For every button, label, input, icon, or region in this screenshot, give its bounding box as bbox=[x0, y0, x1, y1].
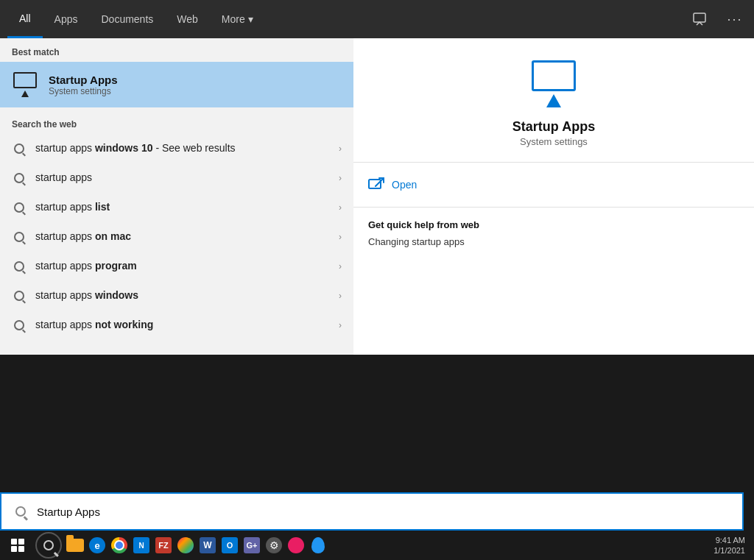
taskbar-file-explorer[interactable] bbox=[65, 535, 85, 556]
chrome-icon bbox=[111, 537, 127, 553]
feedback-icon[interactable] bbox=[688, 7, 711, 31]
search-circle-icon bbox=[15, 506, 26, 517]
web-item-text-plain: startup apps bbox=[35, 289, 95, 301]
taskbar-chrome[interactable] bbox=[109, 535, 130, 556]
best-match-subtitle: System settings bbox=[49, 86, 118, 96]
open-icon bbox=[368, 177, 384, 192]
list-item[interactable]: startup apps not working › bbox=[0, 311, 353, 340]
web-item-text-bold: windows bbox=[95, 289, 138, 301]
taskbar: e N FZ W O G+ ⚙ 9:41 AM1/1/2021 bbox=[0, 531, 754, 560]
search-icon bbox=[12, 259, 27, 274]
filezilla-icon: FZ bbox=[155, 537, 172, 553]
tab-web[interactable]: Web bbox=[165, 0, 210, 38]
list-item[interactable]: startup apps › bbox=[0, 163, 353, 193]
search-bar bbox=[0, 492, 744, 531]
word-icon: W bbox=[200, 537, 216, 553]
web-item-text-suffix: - See web results bbox=[153, 142, 236, 154]
taskbar-search-icon bbox=[35, 532, 62, 559]
svg-rect-1 bbox=[369, 180, 381, 188]
tab-all[interactable]: All bbox=[7, 0, 43, 38]
best-match-item[interactable]: Startup Apps System settings bbox=[0, 62, 353, 107]
search-input[interactable] bbox=[37, 506, 730, 518]
taskbar-search-button[interactable] bbox=[34, 531, 63, 560]
settings-gear-icon: ⚙ bbox=[266, 537, 282, 553]
taskbar-edge[interactable]: e bbox=[87, 535, 108, 556]
open-button[interactable]: Open bbox=[368, 174, 739, 195]
app-detail-top: Startup Apps System settings bbox=[353, 38, 754, 163]
search-icon bbox=[12, 141, 27, 156]
paint-icon bbox=[177, 537, 194, 553]
web-item-text-bold: windows 10 bbox=[95, 142, 153, 154]
web-item-text: startup apps bbox=[35, 171, 92, 183]
search-icon bbox=[12, 288, 27, 303]
search-icon bbox=[12, 318, 27, 333]
monitor-icon bbox=[13, 72, 37, 88]
nav-tabs: All Apps Documents Web More ▾ ··· bbox=[0, 0, 754, 38]
web-item-text-plain: startup apps bbox=[35, 319, 95, 330]
chevron-right-icon: › bbox=[339, 173, 342, 183]
taskbar-tray: 9:41 AM1/1/2021 bbox=[714, 535, 751, 556]
arrow-up-large-icon bbox=[546, 94, 561, 107]
web-item-text-plain: startup apps bbox=[35, 142, 95, 154]
list-item[interactable]: startup apps windows 10 - See web result… bbox=[0, 134, 353, 163]
search-bar-icon bbox=[13, 504, 28, 519]
web-item-text-bold: program bbox=[95, 260, 137, 272]
taskbar-pink-app[interactable] bbox=[286, 535, 306, 556]
taskbar-drop-app[interactable] bbox=[308, 535, 328, 556]
right-panel: Startup Apps System settings Open Get qu… bbox=[353, 38, 754, 355]
outlook-icon: O bbox=[222, 537, 238, 553]
search-icon bbox=[12, 200, 27, 215]
chevron-down-icon: ▾ bbox=[248, 13, 253, 25]
tab-apps[interactable]: Apps bbox=[43, 0, 90, 38]
web-item-text-bold: on mac bbox=[95, 230, 131, 242]
svg-rect-0 bbox=[694, 13, 705, 22]
startup-apps-large-icon bbox=[532, 60, 576, 107]
app-actions: Open bbox=[353, 163, 754, 208]
chevron-right-icon: › bbox=[339, 202, 342, 213]
list-item[interactable]: startup apps on mac › bbox=[0, 222, 353, 252]
web-item-text-plain: startup apps bbox=[35, 230, 95, 242]
tab-more[interactable]: More ▾ bbox=[210, 0, 265, 38]
network-icon: N bbox=[133, 537, 149, 553]
folder-icon bbox=[66, 539, 84, 552]
web-item-text-bold: not working bbox=[95, 319, 153, 330]
taskbar-outlook[interactable]: O bbox=[219, 535, 240, 556]
best-match-label: Best match bbox=[0, 38, 353, 62]
taskbar-network-app[interactable]: N bbox=[131, 535, 152, 556]
web-item-text-plain: startup apps bbox=[35, 260, 95, 272]
drop-icon bbox=[311, 537, 325, 553]
chevron-right-icon: › bbox=[339, 232, 342, 242]
monitor-large-icon bbox=[532, 60, 576, 91]
taskbar-teams[interactable]: G+ bbox=[242, 535, 262, 556]
edge-icon: e bbox=[89, 537, 105, 553]
list-item[interactable]: startup apps windows › bbox=[0, 281, 353, 311]
help-title: Get quick help from web bbox=[368, 219, 739, 230]
list-item[interactable]: startup apps program › bbox=[0, 252, 353, 281]
taskbar-word[interactable]: W bbox=[197, 535, 218, 556]
taskbar-paint[interactable] bbox=[175, 535, 196, 556]
chevron-right-icon: › bbox=[339, 143, 342, 154]
help-link[interactable]: Changing startup apps bbox=[368, 236, 739, 247]
more-options-icon[interactable]: ··· bbox=[723, 7, 747, 31]
content-area: Best match Startup Apps System settings … bbox=[0, 38, 754, 355]
web-item-text-plain: startup apps bbox=[35, 201, 95, 213]
tab-documents[interactable]: Documents bbox=[89, 0, 165, 38]
search-icon bbox=[12, 230, 27, 244]
chevron-right-icon: › bbox=[339, 320, 342, 330]
start-button[interactable] bbox=[3, 531, 32, 560]
search-web-label: Search the web bbox=[0, 112, 353, 134]
open-label: Open bbox=[392, 179, 417, 191]
taskbar-filezilla[interactable]: FZ bbox=[153, 535, 174, 556]
app-subtitle: System settings bbox=[520, 136, 588, 147]
chevron-right-icon: › bbox=[339, 261, 342, 272]
tray-time: 9:41 AM1/1/2021 bbox=[714, 535, 745, 556]
windows-logo-icon bbox=[11, 539, 24, 552]
quick-help-section: Get quick help from web Changing startup… bbox=[353, 208, 754, 259]
list-item[interactable]: startup apps list › bbox=[0, 193, 353, 222]
teams-icon: G+ bbox=[244, 537, 260, 553]
arrow-up-icon bbox=[21, 91, 29, 97]
left-panel: Best match Startup Apps System settings … bbox=[0, 38, 353, 355]
taskbar-settings[interactable]: ⚙ bbox=[264, 535, 284, 556]
pink-app-icon bbox=[288, 537, 304, 553]
web-item-text-bold: list bbox=[95, 201, 110, 213]
